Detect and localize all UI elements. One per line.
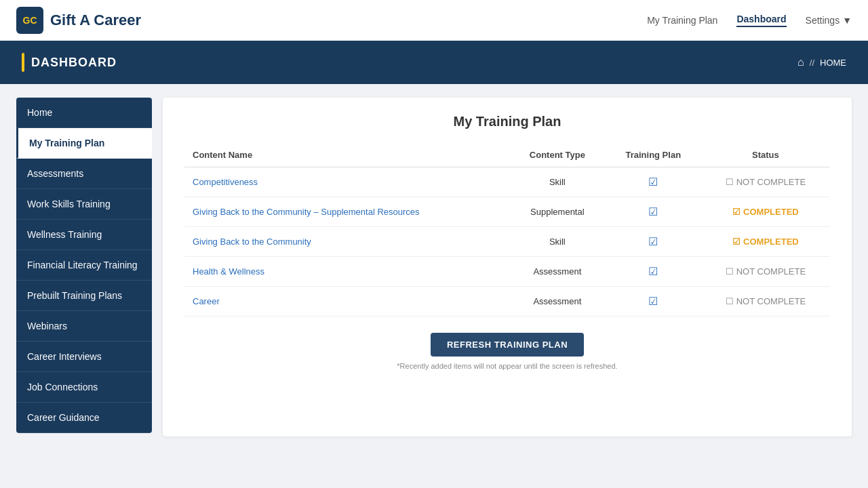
breadcrumb-separator: // (810, 58, 814, 68)
col-content-name: Content Name (184, 143, 509, 167)
chevron-down-icon: ▼ (842, 15, 852, 26)
sidebar-item-career-guidance[interactable]: Career Guidance (16, 403, 152, 433)
cell-training-plan[interactable]: ☑ (606, 257, 701, 287)
cell-training-plan[interactable]: ☑ (606, 197, 701, 227)
cell-content-type: Skill (509, 227, 606, 257)
checkbox-empty-icon: ☐ (726, 266, 734, 277)
page-title: DASHBOARD (31, 56, 117, 70)
sidebar-item-my-training-plan[interactable]: My Training Plan (16, 128, 152, 159)
refresh-note: *Recently added items will not appear un… (184, 362, 830, 370)
cell-status: ☐ NOT COMPLETE (701, 257, 830, 287)
checkbox-complete-icon: ☑ (732, 237, 741, 247)
checkbox-empty-icon: ☐ (726, 296, 734, 306)
breadcrumb: ⌂ // HOME (797, 56, 846, 68)
sidebar-item-webinars[interactable]: Webinars (16, 311, 152, 342)
status-complete: ☑ COMPLETED (709, 237, 822, 247)
checkbox-checked-icon: ☑ (648, 266, 658, 277)
table-row: CareerAssessment☑☐ NOT COMPLETE (184, 287, 830, 317)
cell-content-type: Skill (509, 167, 606, 197)
logo-icon: GC (16, 7, 43, 34)
content-name-link[interactable]: Giving Back to the Community (193, 237, 311, 247)
content-name-link[interactable]: Career (193, 296, 220, 306)
table-row: Health & WellnessAssessment☑☐ NOT COMPLE… (184, 257, 830, 287)
cell-status: ☑ COMPLETED (701, 227, 830, 257)
checkbox-checked-icon: ☑ (648, 206, 658, 218)
main-layout: Home My Training Plan Assessments Work S… (0, 84, 868, 488)
sidebar-item-financial-literacy-training[interactable]: Financial Literacy Training (16, 250, 152, 281)
checkbox-complete-icon: ☑ (732, 207, 741, 217)
sidebar-item-job-connections[interactable]: Job Connections (16, 372, 152, 403)
status-not-complete: ☐ NOT COMPLETE (709, 266, 822, 277)
banner-accent-bar (22, 53, 24, 72)
content-name-link[interactable]: Health & Wellness (193, 266, 264, 277)
content-area: My Training Plan Content Name Content Ty… (163, 98, 852, 436)
checkbox-checked-icon: ☑ (648, 296, 658, 307)
training-table: Content Name Content Type Training Plan … (184, 143, 830, 317)
logo-area: GC Gift A Career (16, 7, 141, 34)
cell-status: ☐ NOT COMPLETE (701, 167, 830, 197)
cell-status: ☐ NOT COMPLETE (701, 287, 830, 317)
refresh-training-plan-button[interactable]: REFRESH TRAINING PLAN (431, 333, 584, 357)
refresh-section: REFRESH TRAINING PLAN *Recently added it… (184, 333, 830, 370)
status-not-complete: ☐ NOT COMPLETE (709, 177, 822, 187)
checkbox-empty-icon: ☐ (726, 177, 734, 187)
sidebar-item-wellness-training[interactable]: Wellness Training (16, 220, 152, 250)
table-header-row: Content Name Content Type Training Plan … (184, 143, 830, 167)
sidebar-item-home[interactable]: Home (16, 98, 152, 128)
sidebar-item-prebuilt-training-plans[interactable]: Prebuilt Training Plans (16, 281, 152, 311)
page-banner: DASHBOARD ⌂ // HOME (0, 41, 868, 84)
cell-content-name[interactable]: Giving Back to the Community (184, 227, 509, 257)
sidebar-item-career-interviews[interactable]: Career Interviews (16, 342, 152, 372)
sidebar: Home My Training Plan Assessments Work S… (16, 98, 152, 477)
cell-training-plan[interactable]: ☑ (606, 167, 701, 197)
home-icon: ⌂ (797, 56, 804, 68)
table-row: Giving Back to the CommunitySkill☑☑ COMP… (184, 227, 830, 257)
table-row: Giving Back to the Community – Supplemen… (184, 197, 830, 227)
nav-my-training-plan[interactable]: My Training Plan (647, 15, 717, 26)
content-title: My Training Plan (184, 114, 830, 129)
checkbox-checked-icon: ☑ (648, 236, 658, 247)
header: GC Gift A Career My Training Plan Dashbo… (0, 0, 868, 41)
cell-content-name[interactable]: Career (184, 287, 509, 317)
sidebar-item-work-skills-training[interactable]: Work Skills Training (16, 189, 152, 220)
content-name-link[interactable]: Competitiveness (193, 177, 258, 187)
checkbox-checked-icon: ☑ (648, 176, 658, 188)
cell-training-plan[interactable]: ☑ (606, 227, 701, 257)
cell-content-name[interactable]: Health & Wellness (184, 257, 509, 287)
cell-content-name[interactable]: Competitiveness (184, 167, 509, 197)
banner-title-area: DASHBOARD (22, 53, 117, 72)
cell-training-plan[interactable]: ☑ (606, 287, 701, 317)
cell-content-type: Assessment (509, 257, 606, 287)
status-complete: ☑ COMPLETED (709, 207, 822, 217)
table-row: CompetitivenessSkill☑☐ NOT COMPLETE (184, 167, 830, 197)
cell-status: ☑ COMPLETED (701, 197, 830, 227)
col-status: Status (701, 143, 830, 167)
cell-content-name[interactable]: Giving Back to the Community – Supplemen… (184, 197, 509, 227)
sidebar-item-assessments[interactable]: Assessments (16, 159, 152, 189)
app-name: Gift A Career (50, 12, 141, 29)
content-inner: My Training Plan Content Name Content Ty… (163, 98, 852, 386)
nav-settings[interactable]: Settings ▼ (806, 15, 852, 26)
cell-content-type: Assessment (509, 287, 606, 317)
cell-content-type: Supplemental (509, 197, 606, 227)
col-training-plan: Training Plan (606, 143, 701, 167)
top-nav: My Training Plan Dashboard Settings ▼ (647, 14, 852, 27)
nav-dashboard[interactable]: Dashboard (736, 14, 786, 27)
content-name-link[interactable]: Giving Back to the Community – Supplemen… (193, 207, 420, 217)
breadcrumb-home-label: HOME (820, 58, 846, 68)
status-not-complete: ☐ NOT COMPLETE (709, 296, 822, 306)
col-content-type: Content Type (509, 143, 606, 167)
